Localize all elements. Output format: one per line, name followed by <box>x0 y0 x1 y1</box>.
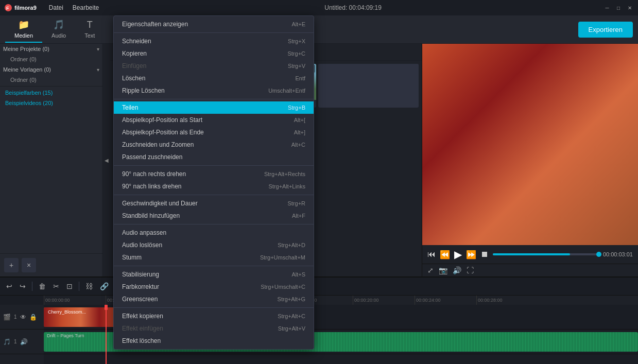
cm-90-rechts[interactable]: 90° nach rechts drehen Strg+Alt+Rechts <box>114 168 314 180</box>
cm-abspielkopf-ende[interactable]: Abspielkopf-Position als Ende Alt+] <box>114 126 314 138</box>
cm-effekt-einfuegen: Effekt einfügen Strg+Alt+V <box>114 322 314 335</box>
cm-divider-6 <box>114 266 314 266</box>
cm-eigenschaften[interactable]: Eigenschaften anzeigen Alt+E <box>114 18 314 30</box>
cm-standbild[interactable]: Standbild hinzufügen Alt+F <box>114 210 314 222</box>
cm-divider-3 <box>114 165 314 166</box>
cm-effekt-kopieren[interactable]: Effekt kopieren Strg+Alt+C <box>114 310 314 322</box>
context-menu: Eigenschaften anzeigen Alt+E Schneiden S… <box>113 15 314 350</box>
cm-schneiden[interactable]: Schneiden Strg+X <box>114 35 314 47</box>
cm-geschwindigkeit[interactable]: Geschwindigkeit und Dauer Strg+R <box>114 197 314 210</box>
cm-audio-losloesen[interactable]: Audio loslösen Strg+Alt+D <box>114 239 314 251</box>
cm-90-links[interactable]: 90° nach links drehen Strg+Alt+Links <box>114 180 314 193</box>
cm-divider-5 <box>114 224 314 224</box>
context-menu-overlay[interactable]: Eigenschaften anzeigen Alt+E Schneiden S… <box>0 0 638 364</box>
cm-divider-1 <box>114 32 314 33</box>
cm-passend-zuschneiden[interactable]: Passend zuschneiden <box>114 151 314 163</box>
cm-ripple-loeschen[interactable]: Ripple Löschen Umschalt+Entf <box>114 84 314 97</box>
cm-greenscreen[interactable]: Greenscreen Strg+Alt+G <box>114 293 314 305</box>
cm-abspielkopf-start[interactable]: Abspielkopf-Position als Start Alt+[ <box>114 114 314 126</box>
cm-divider-7 <box>114 307 314 308</box>
cm-zuschneiden-zoomen[interactable]: Zuschneiden und Zoomen Alt+C <box>114 138 314 151</box>
cm-audio-anpassen[interactable]: Audio anpassen <box>114 227 314 239</box>
cm-effekt-loeschen[interactable]: Effekt löschen <box>114 335 314 347</box>
cm-divider-4 <box>114 195 314 195</box>
cm-kopieren[interactable]: Kopieren Strg+C <box>114 47 314 60</box>
cm-farbkorrektur[interactable]: Farbkorrektur Strg+Umschalt+C <box>114 281 314 293</box>
cm-loeschen[interactable]: Löschen Entf <box>114 72 314 84</box>
cm-stabilisierung[interactable]: Stabilisierung Alt+S <box>114 268 314 281</box>
cm-teilen[interactable]: Teilen Strg+B <box>114 101 314 114</box>
cm-stumm[interactable]: Stumm Strg+Umschalt+M <box>114 251 314 264</box>
cm-einfuegen: Einfügen Strg+V <box>114 60 314 72</box>
cm-divider-2 <box>114 99 314 99</box>
